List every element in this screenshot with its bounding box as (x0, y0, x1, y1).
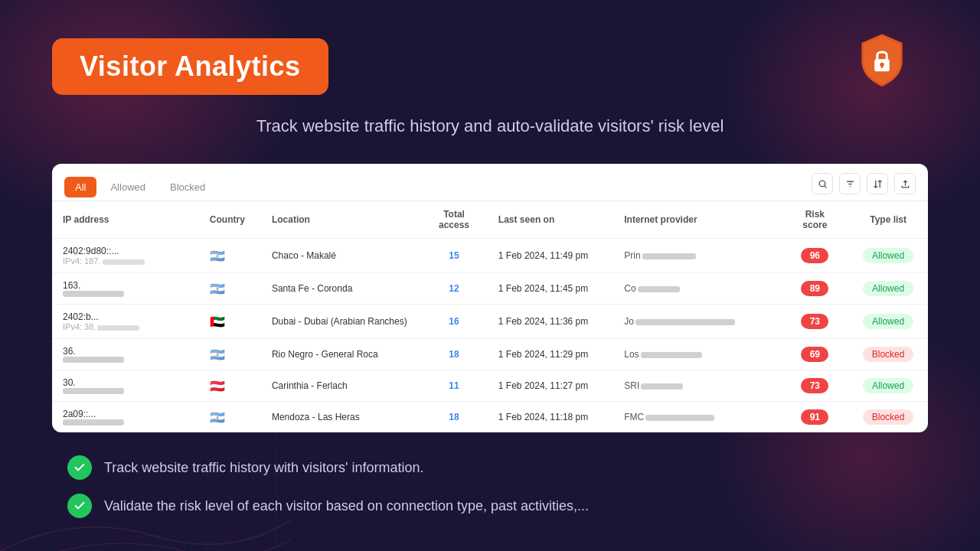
svg-rect-3 (881, 64, 884, 67)
sort-icon (873, 179, 883, 189)
header: Visitor Analytics (52, 38, 928, 95)
data-table: IP address Country Location Total access… (52, 201, 928, 432)
cell-total: 11 (420, 370, 488, 402)
check-icon-1 (67, 455, 92, 480)
cell-type: Allowed (848, 305, 928, 339)
cell-type: Blocked (848, 339, 928, 370)
cell-type: Allowed (848, 370, 928, 402)
tab-all[interactable]: All (64, 177, 96, 197)
tab-allowed[interactable]: Allowed (100, 177, 156, 197)
cell-country: 🇦🇷 (199, 402, 261, 433)
cell-ip: 2402:9d80::...IPv4: 187. (52, 239, 199, 273)
export-icon (900, 179, 910, 189)
cell-country: 🇦🇷 (199, 339, 261, 370)
table-row[interactable]: 30.🇦🇹Carinthia - Ferlach111 Feb 2024, 11… (52, 370, 928, 402)
search-icon (818, 179, 828, 189)
table-row[interactable]: 163.🇦🇷Santa Fe - Coronda121 Feb 2024, 11… (52, 273, 928, 305)
table-row[interactable]: 2a09::...🇦🇷Mendoza - Las Heras181 Feb 20… (52, 402, 928, 433)
cell-location: Rio Negro - General Roca (261, 339, 420, 370)
table-body: 2402:9d80::...IPv4: 187.🇦🇷Chaco - Makalé… (52, 239, 928, 433)
cell-country: 🇦🇷 (199, 239, 261, 273)
cell-location: Dubai - Dubai (Arabian Ranches) (261, 305, 420, 339)
cell-location: Mendoza - Las Heras (261, 402, 420, 433)
cell-risk: 73 (781, 305, 848, 339)
title-badge: Visitor Analytics (52, 38, 328, 95)
cell-provider: Los (613, 339, 781, 370)
cell-risk: 96 (781, 239, 848, 273)
main-content: Visitor Analytics Track website traffic … (0, 0, 980, 518)
cell-total: 12 (420, 273, 488, 305)
col-header-lastseen: Last seen on (488, 201, 613, 239)
tab-blocked[interactable]: Blocked (159, 177, 216, 197)
cell-location: Santa Fe - Coronda (261, 273, 420, 305)
svg-point-4 (819, 181, 825, 187)
filter-button[interactable] (839, 173, 861, 194)
cell-location: Chaco - Makalé (261, 239, 420, 273)
subtitle: Track website traffic history and auto-v… (52, 116, 928, 136)
cell-provider: Prin (613, 239, 781, 273)
tab-actions (812, 173, 916, 201)
export-button[interactable] (894, 173, 916, 194)
cell-ip: 2402:b...IPv4: 38. (52, 305, 199, 339)
cell-ip: 163. (52, 273, 199, 305)
cell-country: 🇦🇹 (199, 370, 261, 402)
cell-risk: 73 (781, 370, 848, 402)
feature-item-1: Track website traffic history with visit… (67, 455, 913, 480)
cell-lastseen: 1 Feb 2024, 11:29 pm (488, 339, 613, 370)
table-row[interactable]: 2402:9d80::...IPv4: 187.🇦🇷Chaco - Makalé… (52, 239, 928, 273)
cell-lastseen: 1 Feb 2024, 11:18 pm (488, 402, 613, 433)
col-header-provider: Internet provider (613, 201, 781, 239)
cell-risk: 89 (781, 273, 848, 305)
cell-provider: Jo (613, 305, 781, 339)
cell-country: 🇦🇷 (199, 273, 261, 305)
cell-country: 🇦🇪 (199, 305, 261, 339)
cell-type: Allowed (848, 273, 928, 305)
cell-lastseen: 1 Feb 2024, 11:36 pm (488, 305, 613, 339)
feature-item-2: Validate the risk level of each visitor … (67, 494, 913, 518)
check-icon-2 (67, 494, 92, 518)
features-list: Track website traffic history with visit… (52, 455, 928, 518)
col-header-type: Type list (848, 201, 928, 239)
table-row[interactable]: 2402:b...IPv4: 38.🇦🇪Dubai - Dubai (Arabi… (52, 305, 928, 339)
cell-type: Blocked (848, 402, 928, 433)
search-button[interactable] (812, 173, 833, 194)
cell-total: 16 (420, 305, 488, 339)
cell-provider: SRI (613, 370, 781, 402)
feature-text-2: Validate the risk level of each visitor … (104, 498, 589, 514)
page-title: Visitor Analytics (80, 51, 301, 83)
cell-ip: 36. (52, 339, 199, 370)
cell-ip: 2a09::... (52, 402, 199, 433)
cell-lastseen: 1 Feb 2024, 11:45 pm (488, 273, 613, 305)
cell-type: Allowed (848, 239, 928, 273)
sort-button[interactable] (867, 173, 888, 194)
feature-text-1: Track website traffic history with visit… (104, 460, 424, 476)
cell-location: Carinthia - Ferlach (261, 370, 420, 402)
table-tabs: All Allowed Blocked (52, 164, 928, 201)
cell-provider: Co (613, 273, 781, 305)
cell-provider: FMC (613, 402, 781, 433)
cell-risk: 91 (781, 402, 848, 433)
table-container: All Allowed Blocked (52, 164, 928, 432)
col-header-ip: IP address (52, 201, 199, 239)
cell-total: 18 (420, 402, 488, 433)
svg-line-5 (825, 186, 826, 187)
col-header-location: Location (261, 201, 420, 239)
cell-total: 18 (420, 339, 488, 370)
filter-icon (845, 179, 855, 189)
cell-risk: 69 (781, 339, 848, 370)
col-header-country: Country (199, 201, 261, 239)
cell-lastseen: 1 Feb 2024, 11:49 pm (488, 239, 613, 273)
tab-group: All Allowed Blocked (64, 177, 216, 197)
col-header-total: Total access (420, 201, 488, 239)
col-header-risk: Risk score (781, 201, 848, 239)
table-header-row: IP address Country Location Total access… (52, 201, 928, 239)
shield-icon (851, 31, 913, 92)
cell-lastseen: 1 Feb 2024, 11:27 pm (488, 370, 613, 402)
cell-ip: 30. (52, 370, 199, 402)
table-row[interactable]: 36.🇦🇷Rio Negro - General Roca181 Feb 202… (52, 339, 928, 370)
cell-total: 15 (420, 239, 488, 273)
